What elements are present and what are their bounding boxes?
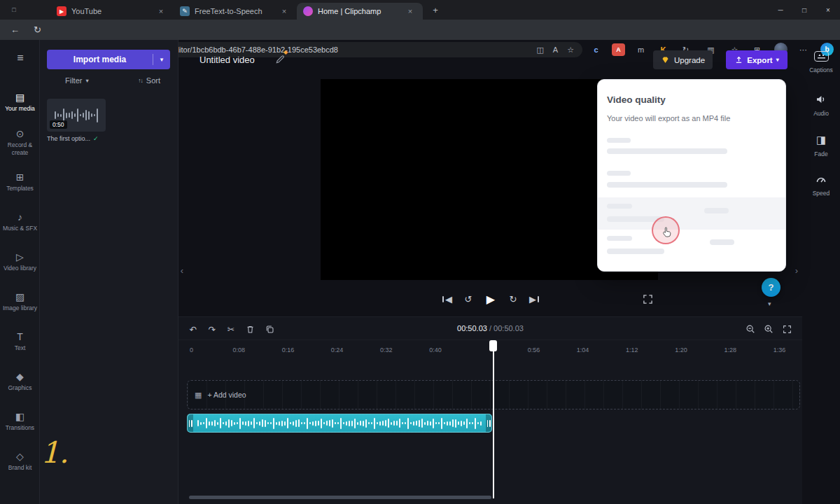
sidebar-item-record-create[interactable]: ⊙Record & create bbox=[0, 122, 40, 162]
youtube-favicon: ▶ bbox=[57, 6, 66, 16]
extension-icon-1[interactable]: c bbox=[589, 43, 603, 56]
extension-icon-2[interactable]: A bbox=[612, 43, 625, 56]
waveform-bar bbox=[253, 418, 255, 428]
waveform-bar bbox=[281, 421, 283, 426]
rename-pencil-icon[interactable] bbox=[275, 54, 286, 64]
help-button[interactable]: ? bbox=[762, 278, 780, 297]
waveform-bar bbox=[304, 422, 305, 424]
back-button[interactable]: ← bbox=[7, 22, 23, 38]
undo-button[interactable]: ↶ bbox=[186, 321, 201, 337]
new-tab-button[interactable]: + bbox=[428, 4, 442, 16]
audio-clip[interactable] bbox=[187, 414, 492, 433]
project-title[interactable]: Untitled video bbox=[200, 55, 255, 65]
filter-button[interactable]: Filter▾ bbox=[65, 76, 88, 85]
duplicate-button[interactable] bbox=[262, 321, 277, 337]
close-tab-icon[interactable]: × bbox=[405, 6, 416, 17]
sidebar-item-music-sfx[interactable]: ♪Music & SFX bbox=[0, 202, 40, 242]
skip-to-end-button[interactable]: ▶ bbox=[525, 289, 543, 309]
skeleton-bar bbox=[607, 148, 727, 154]
tool-speed[interactable]: Speed bbox=[802, 172, 840, 197]
extension-icon-3[interactable]: m bbox=[634, 43, 648, 56]
waveform-bar bbox=[85, 110, 87, 120]
ruler-label: 0:32 bbox=[380, 346, 393, 354]
rewind-button[interactable]: ↺ bbox=[459, 289, 477, 309]
close-window-button[interactable]: × bbox=[816, 0, 840, 20]
skeleton-bar bbox=[607, 182, 727, 188]
playhead-line[interactable] bbox=[493, 341, 494, 498]
playhead-handle[interactable] bbox=[489, 340, 497, 351]
upgrade-button[interactable]: Upgrade bbox=[653, 50, 713, 69]
skeleton-bar bbox=[710, 239, 734, 245]
export-button[interactable]: Export ▾ bbox=[726, 50, 788, 69]
read-aloud-icon[interactable]: A bbox=[553, 46, 558, 54]
trim-handle-left[interactable] bbox=[188, 414, 193, 432]
zoom-fit-button[interactable] bbox=[779, 321, 794, 337]
ruler-label: 0:56 bbox=[528, 346, 540, 354]
export-caret-icon: ▾ bbox=[776, 57, 779, 63]
tool-audio[interactable]: Audio bbox=[802, 92, 840, 117]
zoom-in-button[interactable] bbox=[761, 321, 776, 337]
sidebar-item-text[interactable]: TText bbox=[0, 322, 40, 362]
media-library-item[interactable]: 0:50 The first optio... ✓ bbox=[47, 99, 106, 142]
import-caret-icon[interactable]: ▾ bbox=[153, 56, 170, 63]
waveform-bar bbox=[419, 420, 420, 427]
minimize-button[interactable]: ─ bbox=[769, 0, 792, 20]
timeline-scrollbar[interactable] bbox=[189, 496, 491, 499]
menu-icon[interactable]: ≡ bbox=[11, 49, 29, 67]
maximize-button[interactable]: □ bbox=[792, 0, 816, 20]
ruler-label: 1:28 bbox=[724, 346, 736, 354]
waveform-bar bbox=[430, 421, 431, 426]
waveform-bar bbox=[251, 421, 252, 425]
sidebar-item-label: Transitions bbox=[6, 424, 34, 432]
collapse-right-panel-icon[interactable]: › bbox=[792, 263, 802, 277]
split-screen-icon[interactable]: ◫ bbox=[536, 46, 543, 55]
split-scissors-button[interactable]: ✂ bbox=[223, 321, 239, 337]
tab-youtube[interactable]: ▶ YouTube × bbox=[50, 3, 171, 20]
sort-button[interactable]: ↑↓Sort bbox=[138, 76, 160, 85]
waveform-bar bbox=[315, 421, 316, 426]
tab-actions-icon[interactable]: □ bbox=[7, 4, 21, 16]
media-thumbnail[interactable]: 0:50 bbox=[47, 99, 106, 132]
forward-button[interactable]: ↻ bbox=[504, 289, 522, 309]
fullscreen-button[interactable] bbox=[638, 289, 657, 309]
play-button[interactable]: ▶ bbox=[482, 289, 500, 309]
waveform-bar bbox=[270, 422, 272, 424]
skip-to-start-button[interactable]: ◀ bbox=[438, 289, 456, 309]
redo-button[interactable]: ↷ bbox=[204, 321, 220, 337]
favorite-star-icon[interactable]: ☆ bbox=[567, 46, 574, 55]
sidebar-item-label: Video library bbox=[4, 265, 36, 272]
sidebar-item-graphics[interactable]: ◆Graphics bbox=[0, 362, 40, 402]
sidebar-item-your-media[interactable]: ▤Your media bbox=[0, 83, 40, 122]
sidebar-item-video-library[interactable]: ▷Video library bbox=[0, 242, 40, 282]
close-tab-icon[interactable]: × bbox=[279, 6, 290, 17]
waveform-bar bbox=[379, 421, 381, 426]
waveform-bar bbox=[60, 114, 62, 117]
image-library-icon: ▨ bbox=[15, 292, 24, 302]
import-media-button[interactable]: Import media ▾ bbox=[47, 50, 170, 69]
graphics-icon: ◆ bbox=[16, 372, 24, 382]
tab-clipchamp-active[interactable]: Home | Clipchamp × bbox=[297, 3, 423, 20]
waveform-bar bbox=[66, 113, 67, 118]
tool-fade[interactable]: ◨ Fade bbox=[802, 133, 840, 158]
sidebar-item-templates[interactable]: ⊞Templates bbox=[0, 162, 40, 202]
skeleton-bar bbox=[607, 236, 632, 241]
sidebar-item-image-library[interactable]: ▨Image library bbox=[0, 282, 40, 322]
delete-button[interactable] bbox=[242, 321, 258, 337]
waveform-bar bbox=[343, 422, 344, 424]
skeleton-bar bbox=[607, 204, 632, 209]
waveform-bar bbox=[276, 422, 277, 425]
reload-button[interactable]: ↻ bbox=[29, 22, 46, 38]
tool-captions[interactable]: Captions bbox=[802, 49, 840, 74]
collapse-left-panel-icon[interactable]: ‹ bbox=[177, 263, 187, 277]
ruler-label: 0:16 bbox=[282, 346, 295, 354]
zoom-out-button[interactable] bbox=[743, 321, 758, 337]
close-tab-icon[interactable]: × bbox=[155, 6, 167, 17]
export-label: Export bbox=[747, 56, 772, 64]
trim-handle-right[interactable] bbox=[486, 414, 491, 432]
tab-freetext-to-speech[interactable]: ✎ FreeText-to-Speech × bbox=[174, 3, 294, 20]
help-chevron-icon[interactable]: ▾ bbox=[768, 300, 771, 307]
sidebar-item-transitions[interactable]: ◧Transitions bbox=[0, 402, 40, 442]
waveform-bar bbox=[365, 419, 367, 428]
sidebar-item-brand-kit[interactable]: ◇Brand kit bbox=[0, 442, 40, 482]
quality-option-row[interactable] bbox=[598, 197, 785, 230]
